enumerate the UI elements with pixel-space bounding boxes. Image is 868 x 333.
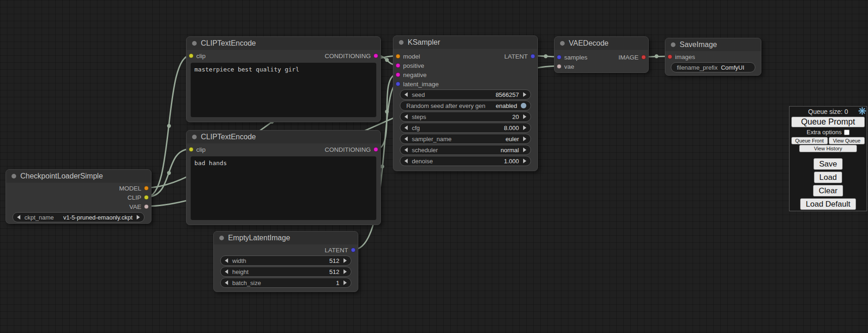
next-value-arrow-icon[interactable] xyxy=(523,148,526,152)
output-slot-clip[interactable] xyxy=(144,195,149,200)
random-seed-toggle-widget[interactable]: Random seed after every gen enabled xyxy=(400,101,531,111)
ckpt-name-widget[interactable]: ckpt_name v1-5-pruned-emaonly.ckpt xyxy=(12,212,145,222)
output-slot-latent[interactable] xyxy=(351,248,356,252)
node-save-image[interactable]: SaveImage images filename_prefix ComfyUI xyxy=(665,38,761,76)
settings-gear-icon[interactable] xyxy=(858,107,866,115)
queue-prompt-button[interactable]: Queue Prompt xyxy=(791,117,865,127)
input-slot-clip[interactable] xyxy=(189,147,193,152)
output-slot-latent[interactable] xyxy=(530,54,535,59)
extra-options-row: Extra options xyxy=(791,129,865,136)
input-slot-latent-image[interactable] xyxy=(396,82,400,86)
increment-arrow-icon[interactable] xyxy=(344,258,347,263)
node-title-bar[interactable]: VAEDecode xyxy=(555,37,648,50)
prev-value-arrow-icon[interactable] xyxy=(17,215,20,220)
node-checkpoint-loader-simple[interactable]: CheckpointLoaderSimple MODEL CLIP VAE ck… xyxy=(6,169,151,224)
node-ksampler[interactable]: KSampler model positive negative latent_… xyxy=(393,36,538,171)
node-collapse-dot[interactable] xyxy=(671,42,675,47)
increment-arrow-icon[interactable] xyxy=(523,159,526,163)
output-slot-image[interactable] xyxy=(641,55,646,59)
scheduler-widget[interactable]: scheduler normal xyxy=(400,145,531,155)
increment-arrow-icon[interactable] xyxy=(344,280,347,285)
view-history-button[interactable]: View History xyxy=(799,145,856,152)
graph-canvas[interactable]: CheckpointLoaderSimple MODEL CLIP VAE ck… xyxy=(0,0,868,333)
input-slot-negative[interactable] xyxy=(396,72,400,77)
node-vae-decode[interactable]: VAEDecode samples vae IMAGE xyxy=(554,36,649,73)
negative-prompt-textarea[interactable]: bad hands xyxy=(191,156,376,220)
input-label: clip xyxy=(196,53,205,59)
queue-buttons-row: Queue Front View Queue xyxy=(791,137,865,144)
next-value-arrow-icon[interactable] xyxy=(137,215,140,220)
queue-front-button[interactable]: Queue Front xyxy=(791,137,828,144)
node-title-bar[interactable]: CheckpointLoaderSimple xyxy=(6,170,151,183)
decrement-arrow-icon[interactable] xyxy=(404,92,408,97)
node-clip-text-encode-negative[interactable]: CLIPTextEncode clip CONDITIONING bad han… xyxy=(186,130,381,225)
widget-label: sampler_name xyxy=(412,136,452,143)
seed-widget[interactable]: seed 8566257 xyxy=(400,89,531,100)
node-title-bar[interactable]: CLIPTextEncode xyxy=(187,131,380,143)
node-collapse-dot[interactable] xyxy=(399,40,404,45)
height-widget[interactable]: height 512 xyxy=(220,267,351,277)
node-clip-text-encode-positive[interactable]: CLIPTextEncode clip CONDITIONING masterp… xyxy=(186,36,381,122)
load-default-button[interactable]: Load Default xyxy=(800,198,856,210)
node-empty-latent-image[interactable]: EmptyLatentImage LATENT width 512 height… xyxy=(213,231,358,292)
widget-value: 512 xyxy=(329,257,339,264)
output-slot-conditioning[interactable] xyxy=(374,147,378,152)
save-button[interactable]: Save xyxy=(814,158,843,170)
node-title-label: KSampler xyxy=(408,38,440,47)
widget-value: normal xyxy=(500,147,519,154)
node-title-bar[interactable]: CLIPTextEncode xyxy=(187,37,380,50)
increment-arrow-icon[interactable] xyxy=(523,92,526,97)
widget-value: 512 xyxy=(329,268,339,275)
node-collapse-dot[interactable] xyxy=(560,41,565,46)
width-widget[interactable]: width 512 xyxy=(220,256,351,266)
batch-size-widget[interactable]: batch_size 1 xyxy=(220,278,351,288)
comfy-menu-panel: Queue size: 0 Queue Pr xyxy=(789,106,867,211)
decrement-arrow-icon[interactable] xyxy=(404,114,408,119)
load-button[interactable]: Load xyxy=(814,172,843,183)
positive-prompt-textarea[interactable]: masterpiece best quality girl xyxy=(191,63,376,117)
output-label: CONDITIONING xyxy=(325,146,371,153)
view-queue-button[interactable]: View Queue xyxy=(829,137,865,144)
decrement-arrow-icon[interactable] xyxy=(225,258,228,263)
node-collapse-dot[interactable] xyxy=(12,174,16,178)
steps-widget[interactable]: steps 20 xyxy=(400,112,531,122)
decrement-arrow-icon[interactable] xyxy=(404,159,408,163)
increment-arrow-icon[interactable] xyxy=(344,269,347,274)
node-collapse-dot[interactable] xyxy=(192,135,197,139)
increment-arrow-icon[interactable] xyxy=(523,114,526,119)
node-title-bar[interactable]: KSampler xyxy=(393,36,537,49)
output-slot-vae[interactable] xyxy=(144,204,149,209)
denoise-widget[interactable]: denoise 1.000 xyxy=(400,156,531,166)
sampler-name-widget[interactable]: sampler_name euler xyxy=(400,134,531,144)
decrement-arrow-icon[interactable] xyxy=(225,269,228,274)
output-row-latent: LATENT xyxy=(214,245,358,255)
node-title-bar[interactable]: EmptyLatentImage xyxy=(214,232,358,244)
toggle-indicator-dot[interactable] xyxy=(521,103,526,108)
input-label: images xyxy=(675,54,695,60)
decrement-arrow-icon[interactable] xyxy=(225,280,228,285)
clear-button[interactable]: Clear xyxy=(813,185,843,196)
input-label: latent_image xyxy=(403,81,439,88)
output-slot-conditioning[interactable] xyxy=(374,54,378,58)
widget-value: 8566257 xyxy=(495,91,519,98)
node-title-bar[interactable]: SaveImage xyxy=(665,38,761,51)
output-slot-model[interactable] xyxy=(144,186,149,190)
output-row-image: IMAGE xyxy=(555,53,648,62)
prev-value-arrow-icon[interactable] xyxy=(404,137,408,141)
cfg-widget[interactable]: cfg 8.000 xyxy=(400,123,531,133)
input-slot-images[interactable] xyxy=(668,54,672,59)
increment-arrow-icon[interactable] xyxy=(523,125,526,130)
next-value-arrow-icon[interactable] xyxy=(523,137,526,141)
extra-options-checkbox[interactable] xyxy=(844,130,850,135)
node-collapse-dot[interactable] xyxy=(219,236,224,240)
prev-value-arrow-icon[interactable] xyxy=(404,148,408,152)
input-slot-positive[interactable] xyxy=(396,63,400,68)
output-label: MODEL xyxy=(119,185,141,192)
widget-label: cfg xyxy=(412,125,420,131)
decrement-arrow-icon[interactable] xyxy=(404,125,408,130)
filename-prefix-widget[interactable]: filename_prefix ComfyUI xyxy=(671,62,755,72)
slot-area: MODEL CLIP VAE xyxy=(6,183,151,211)
input-slot-vae[interactable] xyxy=(557,64,561,69)
node-collapse-dot[interactable] xyxy=(192,41,197,46)
input-slot-clip[interactable] xyxy=(189,54,193,58)
